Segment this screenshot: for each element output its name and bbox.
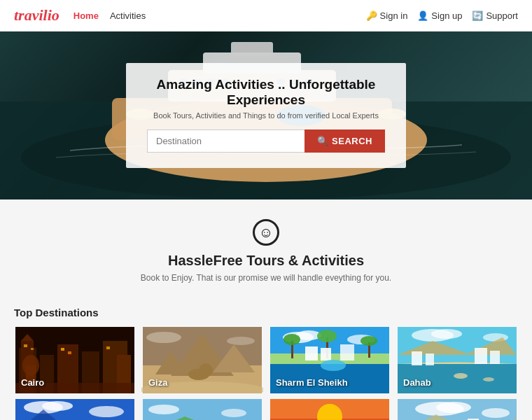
destination-input[interactable] bbox=[147, 130, 304, 153]
dest-card-row2-2[interactable] bbox=[141, 399, 263, 420]
hero-title: Amazing Activities .. Unforgettable Expe… bbox=[147, 77, 385, 108]
dest-card-giza[interactable]: Giza bbox=[141, 327, 263, 393]
hassle-subtitle: Book to Enjoy. That is our promise we wi… bbox=[14, 273, 518, 283]
nav-activities[interactable]: Activities bbox=[110, 8, 146, 24]
dest-card-cairo[interactable]: Cairo bbox=[14, 327, 136, 393]
svg-point-45 bbox=[227, 337, 255, 345]
user-icon: 👤 bbox=[417, 10, 428, 21]
dest-card-dahab[interactable]: Dahab bbox=[396, 327, 518, 393]
svg-point-82 bbox=[89, 406, 124, 417]
signin-icon: 🔑 bbox=[366, 10, 377, 21]
svg-rect-73 bbox=[475, 348, 487, 364]
svg-rect-30 bbox=[61, 348, 64, 351]
svg-point-43 bbox=[199, 363, 213, 377]
signin-button[interactable]: 🔑 Sign in bbox=[366, 10, 408, 21]
svg-rect-61 bbox=[321, 348, 331, 360]
navbar: travilio Home Activities 🔑 Sign in 👤 Sig… bbox=[0, 0, 532, 31]
svg-point-55 bbox=[284, 334, 300, 345]
nav-links: Home Activities bbox=[74, 8, 366, 24]
svg-rect-29 bbox=[31, 348, 34, 350]
brand-logo[interactable]: travilio bbox=[14, 6, 59, 24]
svg-point-81 bbox=[42, 401, 73, 411]
hero-overlay: Amazing Activities .. Unforgettable Expe… bbox=[126, 63, 406, 168]
dest-label-dahab: Dahab bbox=[403, 377, 431, 388]
nav-home[interactable]: Home bbox=[74, 8, 99, 24]
support-icon: 🔄 bbox=[472, 10, 483, 21]
svg-point-90 bbox=[221, 409, 246, 417]
smiley-icon: ☺ bbox=[253, 219, 279, 246]
svg-rect-62 bbox=[340, 344, 354, 360]
hero-section: Amazing Activities .. Unforgettable Expe… bbox=[0, 31, 532, 200]
dest-card-row2-3[interactable] bbox=[269, 399, 391, 420]
svg-rect-28 bbox=[24, 344, 27, 347]
dest-card-sharm[interactable]: Sharm El Sheikh bbox=[269, 327, 391, 393]
svg-rect-60 bbox=[305, 346, 318, 360]
hassle-title: HassleFree Tours & Activities bbox=[14, 253, 518, 269]
dest-label-cairo: Cairo bbox=[21, 377, 44, 388]
svg-point-57 bbox=[317, 330, 337, 342]
section-title: Top Destinations bbox=[14, 307, 518, 318]
dest-card-row2-1[interactable] bbox=[14, 399, 136, 420]
dest-label-sharm: Sharm El Sheikh bbox=[276, 377, 348, 388]
search-magnifier-icon: 🔍 bbox=[317, 136, 329, 146]
hassle-section: ☺ HassleFree Tours & Activities Book to … bbox=[0, 200, 532, 295]
svg-point-76 bbox=[483, 377, 494, 382]
destinations-grid-row1: Cairo Giza bbox=[14, 327, 518, 393]
svg-point-44 bbox=[146, 332, 181, 343]
svg-rect-31 bbox=[68, 351, 71, 354]
dest-label-giza: Giza bbox=[148, 377, 167, 388]
destinations-section: Top Destinations bbox=[0, 295, 532, 420]
svg-point-89 bbox=[148, 405, 179, 414]
svg-point-63 bbox=[321, 360, 346, 371]
hero-subtitle: Book Tours, Activities and Things to do … bbox=[147, 111, 385, 120]
svg-rect-72 bbox=[426, 354, 434, 365]
svg-rect-6 bbox=[231, 42, 273, 56]
search-bar: 🔍 SEARCH bbox=[147, 130, 385, 153]
svg-rect-74 bbox=[490, 351, 500, 364]
destinations-grid-row2 bbox=[14, 399, 518, 420]
svg-point-105 bbox=[436, 402, 471, 413]
svg-rect-71 bbox=[412, 351, 422, 365]
signup-button[interactable]: 👤 Sign up bbox=[417, 10, 462, 21]
svg-point-106 bbox=[482, 408, 510, 418]
svg-rect-32 bbox=[106, 346, 110, 349]
search-button[interactable]: 🔍 SEARCH bbox=[304, 130, 385, 153]
support-button[interactable]: 🔄 Support bbox=[472, 10, 518, 21]
dest-card-row2-4[interactable] bbox=[396, 399, 518, 420]
svg-point-67 bbox=[431, 329, 462, 339]
nav-right: 🔑 Sign in 👤 Sign up 🔄 Support bbox=[366, 10, 518, 21]
svg-point-59 bbox=[360, 336, 377, 346]
svg-point-75 bbox=[454, 373, 468, 379]
